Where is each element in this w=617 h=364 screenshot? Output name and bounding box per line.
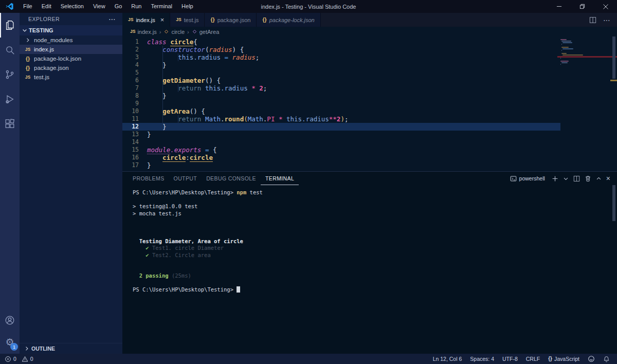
split-terminal-button[interactable] (573, 175, 580, 182)
activity-explorer[interactable] (0, 13, 20, 38)
line-number[interactable]: 9 (122, 100, 147, 107)
explorer-more-actions-icon[interactable]: ⋯ (108, 15, 116, 23)
panel-tab-problems[interactable]: PROBLEMS (128, 172, 169, 185)
minimap[interactable] (560, 39, 610, 65)
line-number[interactable]: 5 (122, 69, 147, 77)
line-number[interactable]: 7 (122, 84, 147, 92)
line-number[interactable]: 3 (122, 53, 147, 61)
panel-tab-debug-console[interactable]: DEBUG CONSOLE (202, 172, 261, 185)
line-number[interactable]: 17 (122, 161, 147, 169)
tab-package-json[interactable]: {}package.json (205, 13, 257, 27)
line-number[interactable]: 8 (122, 92, 147, 100)
panel-tab-output[interactable]: OUTPUT (169, 172, 202, 185)
menu-run[interactable]: Run (126, 0, 146, 13)
line-number[interactable]: 4 (122, 61, 147, 69)
restore-button[interactable] (571, 0, 594, 13)
outline-section[interactable]: OUTLINE (20, 343, 122, 354)
line-number[interactable]: 2 (122, 46, 147, 53)
file-package-json[interactable]: {}package.json (20, 63, 122, 72)
code-line-2[interactable]: 2 constructor(radius) { (122, 46, 560, 53)
kill-terminal-button[interactable] (585, 175, 591, 182)
code-line-6[interactable]: 6 getDiameter() { (122, 77, 560, 84)
new-terminal-button[interactable] (552, 175, 558, 182)
close-panel-button[interactable]: × (606, 175, 610, 182)
code-line-8[interactable]: 8 } (122, 92, 560, 100)
activity-settings[interactable]: ⚙1 (0, 331, 20, 353)
terminal-line (133, 266, 617, 273)
menu-file[interactable]: File (19, 0, 37, 13)
file-index-js[interactable]: JSindex.js (20, 45, 122, 54)
menu-selection[interactable]: Selection (56, 0, 88, 13)
line-number[interactable]: 12 (122, 123, 147, 131)
terminal-scrollbar[interactable] (612, 185, 615, 221)
panel-tab-terminal[interactable]: TERMINAL (261, 172, 299, 185)
code-line-15[interactable]: 15module.exports = { (122, 146, 560, 154)
menu-help[interactable]: Help (177, 0, 198, 13)
terminal[interactable]: PS C:\Users\HP\Desktop\Testing> npm test… (122, 185, 617, 354)
code-line-12[interactable]: 12 } (122, 123, 560, 131)
folder-node-modules[interactable]: node_modules (20, 35, 122, 45)
line-number[interactable]: 16 (122, 154, 147, 161)
status-feedback[interactable] (588, 355, 595, 362)
code-line-16[interactable]: 16 circle:circle (122, 154, 560, 161)
status-encoding[interactable]: UTF-8 (502, 356, 518, 362)
status-eol-sequence[interactable]: CRLF (526, 356, 540, 362)
code-line-11[interactable]: 11 return Math.round(Math.PI * this.radi… (122, 115, 560, 123)
breadcrumb-getarea[interactable]: getArea (192, 29, 220, 35)
status-errors[interactable]: 0 (5, 356, 16, 362)
line-number[interactable]: 1 (122, 38, 147, 46)
status-notifications[interactable] (603, 356, 610, 362)
code-line-5[interactable]: 5 (122, 69, 560, 77)
code-line-4[interactable]: 4 } (122, 61, 560, 69)
split-editor-icon[interactable] (589, 16, 596, 24)
activity-run-and-debug[interactable] (0, 87, 20, 112)
code-content[interactable]: 1class circle{2 constructor(radius) {3 t… (122, 38, 560, 169)
menu-go[interactable]: Go (110, 0, 127, 13)
line-content: } (147, 161, 151, 169)
code-editor[interactable]: 1class circle{2 constructor(radius) {3 t… (122, 37, 617, 171)
menu-view[interactable]: View (88, 0, 110, 13)
activity-extensions[interactable] (0, 112, 20, 136)
status-warnings[interactable]: 0 (22, 356, 33, 362)
code-line-7[interactable]: 7 return this.radius * 2; (122, 84, 560, 92)
terminal-picker-dropdown-button[interactable] (563, 176, 569, 181)
breadcrumb-index-js[interactable]: JSindex.js (130, 29, 157, 35)
code-line-3[interactable]: 3 this.radius = radius; (122, 53, 560, 61)
code-line-13[interactable]: 13} (122, 131, 560, 138)
status-cursor-position[interactable]: Ln 12, Col 6 (433, 356, 462, 362)
code-line-9[interactable]: 9 (122, 100, 560, 107)
line-number[interactable]: 14 (122, 138, 147, 146)
code-line-17[interactable]: 17} (122, 161, 560, 169)
line-number[interactable]: 10 (122, 107, 147, 115)
maximize-panel-button[interactable] (596, 176, 602, 181)
activity-accounts[interactable] (0, 310, 20, 331)
terminal-line (133, 259, 617, 266)
breadcrumb-circle[interactable]: circle (164, 29, 185, 35)
close-icon[interactable]: × (160, 16, 165, 23)
activity-source-control[interactable] (0, 62, 20, 87)
status-language-mode[interactable]: {}JavaScript (548, 356, 579, 362)
tab-index-js[interactable]: JSindex.js× (122, 13, 170, 27)
line-number[interactable]: 6 (122, 77, 147, 84)
minimize-button[interactable] (548, 0, 571, 13)
file-test-js[interactable]: JStest.js (20, 72, 122, 82)
tab-test-js[interactable]: JStest.js (170, 13, 205, 27)
line-number[interactable]: 13 (122, 131, 147, 138)
menu-terminal[interactable]: Terminal (147, 0, 177, 13)
editor-scrollbar[interactable] (612, 37, 615, 79)
line-number[interactable]: 11 (122, 115, 147, 123)
menu-edit[interactable]: Edit (37, 0, 56, 13)
tab-package-lock-json[interactable]: {}package-lock.json (257, 13, 320, 27)
line-content: getDiameter() { (147, 77, 221, 84)
workspace-root[interactable]: TESTING (20, 25, 122, 35)
status-indentation[interactable]: Spaces: 4 (470, 356, 494, 362)
line-number[interactable]: 15 (122, 146, 147, 154)
code-line-14[interactable]: 14 (122, 138, 560, 146)
activity-search[interactable] (0, 38, 20, 62)
code-line-10[interactable]: 10 getArea() { (122, 107, 560, 115)
code-line-1[interactable]: 1class circle{ (122, 38, 560, 46)
more-actions-icon[interactable]: ⋯ (603, 16, 611, 24)
file-package-lock-json[interactable]: {}package-lock.json (20, 54, 122, 63)
close-window-button[interactable] (594, 0, 617, 13)
terminal-shell-selector[interactable]: powershell (510, 175, 545, 182)
